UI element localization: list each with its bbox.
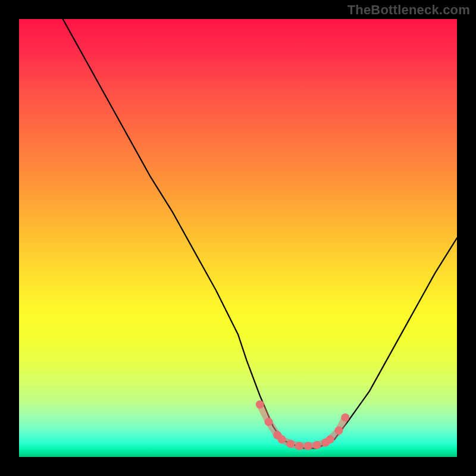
valley-marker-dot: [256, 400, 264, 409]
watermark-text: TheBottleneck.com: [347, 2, 470, 18]
primary-curve: [63, 19, 457, 448]
valley-marker-dot: [278, 436, 286, 444]
valley-marker-dots: [256, 400, 350, 450]
valley-marker-dot: [334, 427, 343, 435]
valley-marker-dot: [304, 442, 312, 450]
valley-marker-dot: [341, 414, 349, 422]
plot-area: [19, 19, 457, 457]
valley-marker-dot: [265, 418, 273, 426]
bottleneck-curve-svg: [19, 19, 457, 457]
valley-marker-dot: [326, 436, 334, 444]
valley-marker-dot: [313, 441, 321, 449]
bottleneck-curve-path: [63, 19, 457, 448]
valley-marker-dot: [295, 442, 303, 450]
valley-marker-dot: [286, 440, 295, 448]
chart-frame: TheBottleneck.com: [0, 0, 476, 476]
